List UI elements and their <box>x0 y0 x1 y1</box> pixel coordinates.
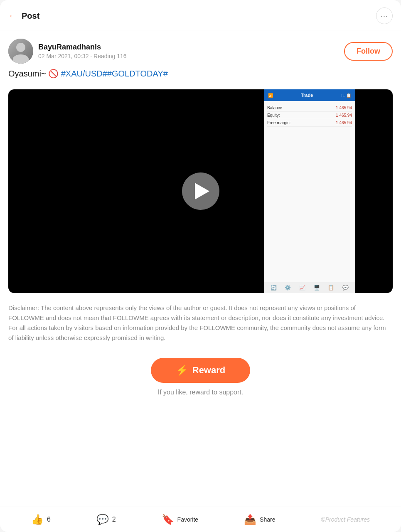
phone-icon-3: 📈 <box>299 285 305 291</box>
post-content: Oyasumi~ 🚫 #XAU/USD##GOLDTODAY# <box>0 69 401 89</box>
follow-button[interactable]: Follow <box>344 42 393 61</box>
favorite-action[interactable]: 🔖 Favorite <box>162 514 199 525</box>
like-action[interactable]: 👍 6 <box>31 514 51 525</box>
balance-label: Balance: <box>267 106 283 110</box>
phone-icon-6: 💬 <box>342 285 349 291</box>
play-triangle-icon <box>195 183 209 200</box>
author-section: BayuRamadhanis 02 Mar 2021, 00:32 · Read… <box>0 30 401 69</box>
phone-icon-5: 📋 <box>328 285 334 291</box>
phone-icon-1: 🔄 <box>271 285 277 291</box>
back-button[interactable]: ← <box>8 10 17 21</box>
video-phone-mockup: 📶 Trade ↑↓ 📋 Balance: 1 465.94 Equity: 1… <box>264 89 355 293</box>
play-button[interactable] <box>182 172 219 210</box>
video-player[interactable]: 📶 Trade ↑↓ 📋 Balance: 1 465.94 Equity: 1… <box>8 89 393 293</box>
balance-row: Balance: 1 465.94 <box>267 104 352 112</box>
phone-icon-4: 🖥️ <box>314 285 320 291</box>
comment-icon: 💬 <box>96 514 109 525</box>
author-details: BayuRamadhanis 02 Mar 2021, 00:32 · Read… <box>38 43 127 59</box>
freemargin-row: Free margin: 1 465.94 <box>267 119 352 127</box>
phone-bottom-bar: 🔄 ⚙️ 📈 🖥️ 📋 💬 <box>264 282 355 293</box>
post-emoji: 🚫 <box>48 69 61 78</box>
phone-icon-2: ⚙️ <box>285 285 291 291</box>
share-action[interactable]: 📤 Share <box>244 514 275 525</box>
equity-row: Equity: 1 465.94 <box>267 112 352 119</box>
header-left: ← Post <box>8 10 39 21</box>
avatar[interactable] <box>8 39 33 64</box>
bookmark-icon: 🔖 <box>162 514 174 525</box>
comment-action[interactable]: 💬 2 <box>96 514 116 525</box>
freemargin-label: Free margin: <box>267 121 291 125</box>
equity-value: 1 465.94 <box>336 113 352 118</box>
reward-section: ⚡ Reward If you like, reward to support. <box>0 351 401 406</box>
like-count: 6 <box>47 516 51 523</box>
header: ← Post ··· <box>0 0 401 30</box>
avatar-image <box>8 39 33 64</box>
post-hashtags[interactable]: #XAU/USD##GOLDTODAY# <box>61 69 168 78</box>
reward-icon: ⚡ <box>176 365 188 376</box>
post-prefix: Oyasumi~ <box>8 69 46 78</box>
favorite-label: Favorite <box>177 516 199 523</box>
phone-screen-header: 📶 Trade ↑↓ 📋 <box>264 89 355 101</box>
author-name: BayuRamadhanis <box>38 43 127 52</box>
watermark-text: ©Product Features <box>321 516 370 523</box>
phone-trade-label: Trade <box>301 93 313 98</box>
share-icon: 📤 <box>244 514 256 525</box>
post-text: Oyasumi~ 🚫 #XAU/USD##GOLDTODAY# <box>8 69 393 79</box>
disclaimer-text: Disclaimer: The content above represents… <box>0 293 401 351</box>
page-title: Post <box>22 11 39 21</box>
watermark: ©Product Features <box>321 516 370 523</box>
freemargin-value: 1 465.94 <box>336 121 352 125</box>
author-info: BayuRamadhanis 02 Mar 2021, 00:32 · Read… <box>8 39 127 64</box>
like-icon: 👍 <box>31 514 44 525</box>
reward-button-label: Reward <box>192 365 225 376</box>
bottom-bar: 👍 6 💬 2 🔖 Favorite 📤 Share ©Product Feat… <box>0 507 401 532</box>
more-button[interactable]: ··· <box>376 7 393 24</box>
reward-subtext: If you like, reward to support. <box>158 389 243 396</box>
share-label: Share <box>260 516 275 523</box>
reward-button[interactable]: ⚡ Reward <box>151 358 250 383</box>
equity-label: Equity: <box>267 113 280 118</box>
phone-screen-body: Balance: 1 465.94 Equity: 1 465.94 Free … <box>264 101 355 282</box>
balance-value: 1 465.94 <box>336 106 352 110</box>
author-meta: 02 Mar 2021, 00:32 · Reading 116 <box>38 53 127 59</box>
comment-count: 2 <box>112 516 116 523</box>
